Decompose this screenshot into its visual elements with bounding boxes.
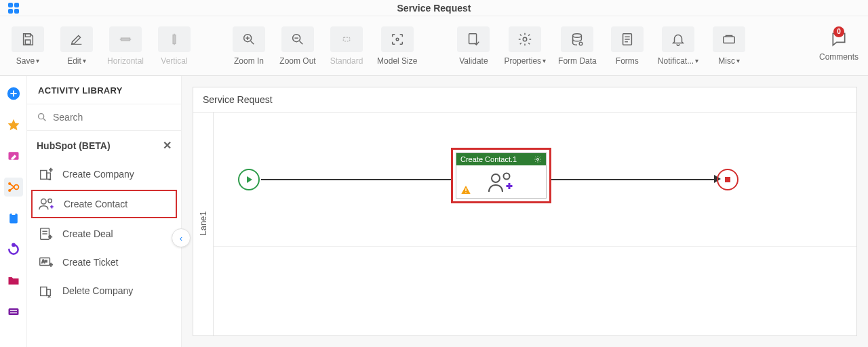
chevron-down-icon: ▾ — [542, 57, 546, 64]
activity-node-create-contact[interactable]: Create Contact.1 — [451, 148, 551, 203]
search-icon — [37, 111, 47, 123]
model-size-button[interactable]: Model Size — [377, 26, 417, 66]
close-group-button[interactable]: ✕ — [163, 139, 172, 152]
svg-text:+: + — [49, 234, 52, 241]
company-icon: + — [37, 167, 54, 182]
contact-icon — [38, 197, 56, 211]
list-icon — [7, 305, 20, 319]
process-canvas[interactable]: Service Request Lane1 Create Contact.1 — [193, 87, 857, 336]
zoom-out-icon — [281, 26, 314, 52]
search-input[interactable] — [53, 112, 172, 123]
align-vertical-icon — [158, 26, 191, 52]
svg-rect-51 — [41, 287, 47, 296]
svg-rect-0 — [25, 33, 30, 37]
align-vertical-button[interactable]: Vertical — [156, 26, 193, 66]
gear-icon[interactable] — [534, 155, 542, 163]
bell-icon — [662, 26, 694, 52]
zoom-in-button[interactable]: Zoom In — [231, 26, 267, 66]
properties-button[interactable]: Properties▾ — [504, 26, 546, 66]
svg-point-16 — [524, 37, 528, 41]
validate-button[interactable]: Validate — [455, 26, 492, 66]
start-node[interactable] — [238, 169, 260, 190]
flow-edge — [551, 179, 714, 180]
sidebar-title: ACTIVITY LIBRARY — [27, 76, 181, 104]
edit-button[interactable]: Edit▾ — [58, 26, 95, 66]
svg-rect-34 — [8, 308, 18, 315]
activity-create-deal[interactable]: + Create Deal — [27, 220, 181, 248]
activity-label: Create Ticket — [62, 257, 118, 268]
notifications-button[interactable]: Notificat...▾ — [658, 26, 698, 66]
svg-point-42 — [41, 199, 46, 204]
model-size-icon — [381, 26, 414, 52]
activity-node-title: Create Contact.1 — [460, 155, 517, 163]
align-horizontal-icon — [109, 26, 142, 52]
svg-rect-39 — [41, 171, 47, 180]
delete-company-icon — [37, 283, 54, 298]
svg-point-53 — [537, 159, 539, 161]
clipboard-icon — [7, 211, 20, 225]
svg-text:+: + — [50, 262, 53, 268]
edit-icon — [60, 26, 93, 52]
rail-favorites[interactable] — [4, 115, 23, 134]
chevron-left-icon: ‹ — [180, 233, 182, 243]
activity-create-ticket[interactable]: A=+ Create Ticket — [27, 248, 181, 277]
edit-note-icon — [7, 149, 20, 163]
activity-label: Create Deal — [62, 228, 113, 239]
save-button[interactable]: Save▾ — [9, 26, 46, 66]
activity-label: Create Company — [62, 169, 134, 180]
collapse-sidebar-button[interactable]: ‹ — [172, 228, 191, 247]
rail-list[interactable] — [4, 302, 23, 321]
svg-line-38 — [43, 119, 45, 121]
forms-button[interactable]: Forms — [609, 26, 646, 66]
misc-icon — [713, 26, 745, 52]
warning-icon — [460, 184, 471, 195]
rail-folder[interactable] — [4, 271, 23, 290]
svg-rect-15 — [469, 33, 477, 43]
svg-rect-31 — [9, 213, 18, 223]
svg-point-54 — [492, 174, 500, 182]
ticket-icon: A=+ — [37, 255, 54, 270]
svg-line-7 — [251, 41, 254, 44]
end-node[interactable] — [717, 169, 738, 190]
star-icon — [7, 118, 20, 131]
rail-edit[interactable] — [4, 146, 23, 165]
svg-rect-57 — [465, 192, 466, 192]
align-horizontal-button[interactable]: Horizontal — [107, 26, 144, 66]
svg-rect-32 — [12, 213, 15, 215]
svg-rect-40 — [47, 173, 51, 179]
comments-button[interactable]: 0 Comments — [819, 30, 859, 62]
misc-button[interactable]: Misc▾ — [711, 26, 747, 66]
activity-delete-company[interactable]: Delete Company — [27, 277, 181, 305]
apps-menu[interactable] — [0, 3, 27, 14]
form-icon — [611, 26, 644, 52]
folder-icon — [7, 274, 20, 287]
activity-label: Create Contact — [64, 199, 127, 209]
lane-label: Lane1 — [198, 211, 208, 235]
rail-loop[interactable] — [4, 240, 23, 259]
deal-icon: + — [37, 226, 54, 241]
svg-text:A=: A= — [42, 259, 47, 264]
toolbar: Save▾ Edit▾ Horizontal Vertical Zoom In … — [0, 16, 868, 76]
zoom-standard-button[interactable]: Standard — [328, 26, 365, 66]
save-icon — [12, 26, 44, 52]
flow-edge — [261, 179, 451, 180]
activity-library-panel: ACTIVITY LIBRARY HubSpot (BETA) ✕ + Crea… — [27, 76, 182, 347]
svg-rect-52 — [47, 289, 51, 295]
activity-create-contact[interactable]: Create Contact — [31, 190, 177, 218]
svg-point-30 — [8, 190, 9, 192]
rail-add[interactable] — [4, 84, 23, 103]
svg-point-43 — [48, 199, 52, 203]
zoom-out-button[interactable]: Zoom Out — [279, 26, 316, 66]
svg-point-14 — [396, 38, 399, 41]
activity-create-company[interactable]: + Create Company — [27, 160, 181, 188]
rail-integration[interactable] — [4, 178, 23, 197]
svg-point-17 — [573, 33, 582, 37]
form-data-button[interactable]: Form Data — [558, 26, 597, 66]
svg-rect-13 — [343, 37, 349, 41]
validate-icon — [457, 26, 490, 52]
page-title: Service Request — [27, 3, 841, 14]
svg-point-18 — [580, 42, 583, 45]
svg-text:+: + — [50, 167, 53, 174]
svg-line-11 — [300, 41, 303, 44]
rail-clipboard[interactable] — [4, 209, 23, 228]
